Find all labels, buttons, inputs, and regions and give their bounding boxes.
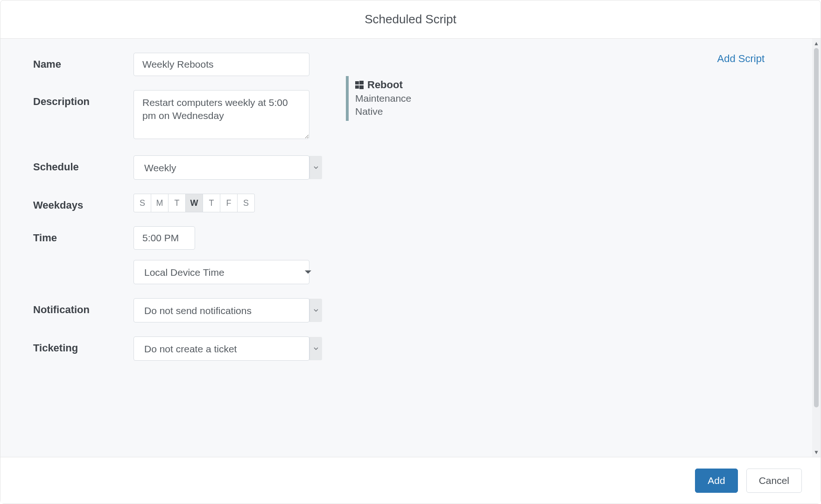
script-card[interactable]: Reboot Maintenance Native xyxy=(346,76,793,121)
scroll-up-icon[interactable]: ▲ xyxy=(814,41,819,46)
chevron-down-icon xyxy=(313,165,319,170)
description-label: Description xyxy=(33,90,133,108)
form-column: Name Description Restart computers weekl… xyxy=(33,53,323,443)
notification-select[interactable]: Do not send notifications xyxy=(133,298,309,322)
svg-rect-2 xyxy=(355,85,359,89)
weekday-mon[interactable]: M xyxy=(151,194,168,212)
name-input[interactable] xyxy=(133,53,309,76)
svg-rect-1 xyxy=(359,81,364,84)
svg-rect-0 xyxy=(355,81,359,84)
add-script-link[interactable]: Add Script xyxy=(346,53,793,65)
scrollbar-thumb[interactable] xyxy=(814,48,819,407)
dialog-footer: Add Cancel xyxy=(0,457,821,504)
weekday-fri[interactable]: F xyxy=(220,194,238,212)
weekday-wed[interactable]: W xyxy=(185,194,203,212)
schedule-label: Schedule xyxy=(33,155,133,173)
scripts-column: Add Script Reboot xyxy=(323,53,793,443)
script-card-title: Reboot xyxy=(367,78,403,92)
ticketing-label: Ticketing xyxy=(33,336,133,354)
cancel-button[interactable]: Cancel xyxy=(746,469,802,493)
weekdays-label: Weekdays xyxy=(33,194,133,211)
scheduled-script-dialog: Scheduled Script Name Description Restar… xyxy=(0,0,821,504)
notification-select-wrap: Do not send notifications xyxy=(133,298,323,322)
script-accent-bar xyxy=(346,76,349,121)
ticketing-select[interactable]: Do not create a ticket xyxy=(133,336,309,361)
dialog-body: Name Description Restart computers weekl… xyxy=(0,39,821,457)
notification-label: Notification xyxy=(33,298,133,316)
dialog-title-text: Scheduled Script xyxy=(365,12,456,27)
weekday-tue[interactable]: T xyxy=(168,194,186,212)
vertical-scrollbar[interactable]: ▲ ▼ xyxy=(812,39,821,457)
chevron-down-icon xyxy=(313,346,319,351)
time-label: Time xyxy=(33,226,133,244)
script-card-category: Maintenance xyxy=(355,92,411,105)
weekday-toggle-group: S M T W T F S xyxy=(133,194,323,212)
timezone-select-wrap: Local Device Time xyxy=(133,260,323,284)
content-scroll: Name Description Restart computers weekl… xyxy=(0,39,821,457)
weekday-thu[interactable]: T xyxy=(203,194,220,212)
schedule-select-wrap: Weekly xyxy=(133,155,323,180)
script-card-body: Reboot Maintenance Native xyxy=(355,76,411,121)
weekday-sun[interactable]: S xyxy=(133,194,151,212)
svg-rect-3 xyxy=(359,85,364,89)
dialog-title: Scheduled Script xyxy=(0,0,821,39)
schedule-select[interactable]: Weekly xyxy=(133,155,309,180)
weekday-sat[interactable]: S xyxy=(237,194,255,212)
timezone-label-spacer xyxy=(33,260,133,266)
add-button[interactable]: Add xyxy=(695,469,737,493)
chevron-down-icon xyxy=(313,308,319,313)
timezone-select[interactable]: Local Device Time xyxy=(133,260,309,284)
windows-icon xyxy=(355,81,364,89)
time-input[interactable] xyxy=(133,226,195,250)
description-input[interactable]: Restart computers weekly at 5:00 pm on W… xyxy=(133,90,309,139)
ticketing-select-wrap: Do not create a ticket xyxy=(133,336,323,361)
name-label: Name xyxy=(33,53,133,70)
script-card-type: Native xyxy=(355,105,411,118)
scroll-down-icon[interactable]: ▼ xyxy=(814,449,819,455)
